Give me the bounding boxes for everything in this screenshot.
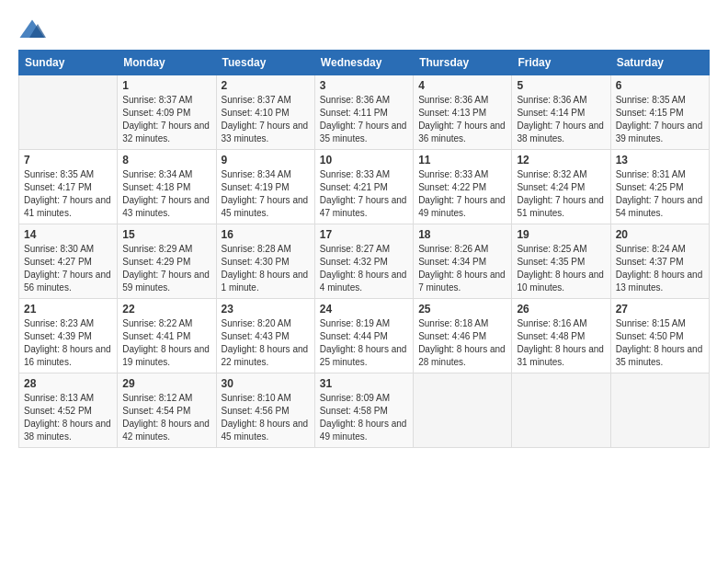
calendar-cell: 7Sunrise: 8:35 AMSunset: 4:17 PMDaylight… (19, 150, 118, 224)
day-number: 11 (418, 154, 506, 167)
calendar-cell: 27Sunrise: 8:15 AMSunset: 4:50 PMDayligh… (610, 299, 709, 373)
logo (18, 18, 50, 40)
calendar-cell: 26Sunrise: 8:16 AMSunset: 4:48 PMDayligh… (512, 299, 610, 373)
calendar-cell (414, 373, 512, 448)
day-info: Sunrise: 8:10 AMSunset: 4:56 PMDaylight:… (222, 392, 310, 443)
calendar-week-5: 28Sunrise: 8:13 AMSunset: 4:52 PMDayligh… (19, 373, 710, 448)
calendar-cell: 2Sunrise: 8:37 AMSunset: 4:10 PMDaylight… (216, 75, 314, 150)
day-info: Sunrise: 8:35 AMSunset: 4:15 PMDaylight:… (616, 94, 704, 145)
day-number: 21 (24, 303, 112, 316)
day-info: Sunrise: 8:09 AMSunset: 4:58 PMDaylight:… (320, 392, 408, 443)
day-number: 6 (616, 79, 704, 92)
day-info: Sunrise: 8:34 AMSunset: 4:19 PMDaylight:… (222, 168, 310, 220)
calendar-cell: 22Sunrise: 8:22 AMSunset: 4:41 PMDayligh… (118, 299, 216, 373)
day-info: Sunrise: 8:26 AMSunset: 4:34 PMDaylight:… (418, 243, 506, 294)
weekday-header-monday: Monday (118, 51, 216, 75)
weekday-header-row: SundayMondayTuesdayWednesdayThursdayFrid… (19, 51, 710, 75)
day-info: Sunrise: 8:23 AMSunset: 4:39 PMDaylight:… (24, 317, 112, 369)
day-info: Sunrise: 8:13 AMSunset: 4:52 PMDaylight:… (24, 392, 112, 443)
day-number: 22 (122, 303, 210, 316)
day-info: Sunrise: 8:33 AMSunset: 4:21 PMDaylight:… (320, 168, 408, 220)
calendar-table: SundayMondayTuesdayWednesdayThursdayFrid… (18, 50, 710, 448)
day-info: Sunrise: 8:30 AMSunset: 4:27 PMDaylight:… (24, 243, 112, 294)
calendar-cell: 18Sunrise: 8:26 AMSunset: 4:34 PMDayligh… (414, 224, 512, 299)
calendar-week-1: 1Sunrise: 8:37 AMSunset: 4:09 PMDaylight… (19, 75, 710, 150)
day-number: 3 (320, 79, 408, 92)
calendar-cell: 31Sunrise: 8:09 AMSunset: 4:58 PMDayligh… (314, 373, 413, 448)
day-info: Sunrise: 8:25 AMSunset: 4:35 PMDaylight:… (517, 243, 605, 294)
calendar-cell (610, 373, 709, 448)
day-info: Sunrise: 8:32 AMSunset: 4:24 PMDaylight:… (517, 168, 605, 220)
day-number: 29 (122, 377, 210, 390)
day-info: Sunrise: 8:18 AMSunset: 4:46 PMDaylight:… (418, 317, 506, 369)
calendar-cell: 25Sunrise: 8:18 AMSunset: 4:46 PMDayligh… (414, 299, 512, 373)
day-number: 28 (24, 377, 112, 390)
calendar-cell: 5Sunrise: 8:36 AMSunset: 4:14 PMDaylight… (512, 75, 610, 150)
calendar-week-3: 14Sunrise: 8:30 AMSunset: 4:27 PMDayligh… (19, 224, 710, 299)
day-number: 19 (517, 228, 605, 241)
calendar-cell: 1Sunrise: 8:37 AMSunset: 4:09 PMDaylight… (118, 75, 216, 150)
calendar-cell: 4Sunrise: 8:36 AMSunset: 4:13 PMDaylight… (414, 75, 512, 150)
page-header (18, 18, 710, 40)
day-info: Sunrise: 8:22 AMSunset: 4:41 PMDaylight:… (122, 317, 210, 369)
day-number: 25 (418, 303, 506, 316)
day-number: 14 (24, 228, 112, 241)
weekday-header-saturday: Saturday (610, 51, 709, 75)
day-number: 13 (616, 154, 704, 167)
calendar-cell: 29Sunrise: 8:12 AMSunset: 4:54 PMDayligh… (118, 373, 216, 448)
calendar-cell: 20Sunrise: 8:24 AMSunset: 4:37 PMDayligh… (610, 224, 709, 299)
calendar-week-2: 7Sunrise: 8:35 AMSunset: 4:17 PMDaylight… (19, 150, 710, 224)
calendar-cell: 17Sunrise: 8:27 AMSunset: 4:32 PMDayligh… (314, 224, 413, 299)
day-number: 24 (320, 303, 408, 316)
day-number: 5 (517, 79, 605, 92)
day-info: Sunrise: 8:29 AMSunset: 4:29 PMDaylight:… (122, 243, 210, 294)
day-number: 27 (616, 303, 704, 316)
calendar-cell: 19Sunrise: 8:25 AMSunset: 4:35 PMDayligh… (512, 224, 610, 299)
calendar-cell: 14Sunrise: 8:30 AMSunset: 4:27 PMDayligh… (19, 224, 118, 299)
weekday-header-tuesday: Tuesday (216, 51, 314, 75)
day-number: 15 (122, 228, 210, 241)
day-number: 4 (418, 79, 506, 92)
day-info: Sunrise: 8:33 AMSunset: 4:22 PMDaylight:… (418, 168, 506, 220)
calendar-cell: 15Sunrise: 8:29 AMSunset: 4:29 PMDayligh… (118, 224, 216, 299)
weekday-header-thursday: Thursday (414, 51, 512, 75)
day-number: 10 (320, 154, 408, 167)
day-info: Sunrise: 8:15 AMSunset: 4:50 PMDaylight:… (616, 317, 704, 369)
day-info: Sunrise: 8:36 AMSunset: 4:13 PMDaylight:… (418, 94, 506, 145)
calendar-cell (512, 373, 610, 448)
weekday-header-sunday: Sunday (19, 51, 118, 75)
calendar-cell: 12Sunrise: 8:32 AMSunset: 4:24 PMDayligh… (512, 150, 610, 224)
calendar-week-4: 21Sunrise: 8:23 AMSunset: 4:39 PMDayligh… (19, 299, 710, 373)
day-number: 17 (320, 228, 408, 241)
day-number: 31 (320, 377, 408, 390)
day-number: 20 (616, 228, 704, 241)
day-number: 26 (517, 303, 605, 316)
day-number: 23 (222, 303, 310, 316)
calendar-cell (19, 75, 118, 150)
day-info: Sunrise: 8:20 AMSunset: 4:43 PMDaylight:… (222, 317, 310, 369)
day-info: Sunrise: 8:36 AMSunset: 4:11 PMDaylight:… (320, 94, 408, 145)
day-number: 7 (24, 154, 112, 167)
day-info: Sunrise: 8:36 AMSunset: 4:14 PMDaylight:… (517, 94, 605, 145)
calendar-cell: 21Sunrise: 8:23 AMSunset: 4:39 PMDayligh… (19, 299, 118, 373)
logo-icon (18, 18, 46, 40)
calendar-cell: 3Sunrise: 8:36 AMSunset: 4:11 PMDaylight… (314, 75, 413, 150)
day-number: 9 (222, 154, 310, 167)
calendar-cell: 16Sunrise: 8:28 AMSunset: 4:30 PMDayligh… (216, 224, 314, 299)
day-number: 8 (122, 154, 210, 167)
day-info: Sunrise: 8:16 AMSunset: 4:48 PMDaylight:… (517, 317, 605, 369)
day-info: Sunrise: 8:28 AMSunset: 4:30 PMDaylight:… (222, 243, 310, 294)
calendar-cell: 30Sunrise: 8:10 AMSunset: 4:56 PMDayligh… (216, 373, 314, 448)
weekday-header-wednesday: Wednesday (314, 51, 413, 75)
day-number: 1 (122, 79, 210, 92)
calendar-cell: 8Sunrise: 8:34 AMSunset: 4:18 PMDaylight… (118, 150, 216, 224)
day-info: Sunrise: 8:27 AMSunset: 4:32 PMDaylight:… (320, 243, 408, 294)
calendar-cell: 6Sunrise: 8:35 AMSunset: 4:15 PMDaylight… (610, 75, 709, 150)
day-info: Sunrise: 8:34 AMSunset: 4:18 PMDaylight:… (122, 168, 210, 220)
day-number: 2 (222, 79, 310, 92)
day-info: Sunrise: 8:37 AMSunset: 4:10 PMDaylight:… (222, 94, 310, 145)
calendar-cell: 9Sunrise: 8:34 AMSunset: 4:19 PMDaylight… (216, 150, 314, 224)
day-info: Sunrise: 8:19 AMSunset: 4:44 PMDaylight:… (320, 317, 408, 369)
calendar-cell: 13Sunrise: 8:31 AMSunset: 4:25 PMDayligh… (610, 150, 709, 224)
day-number: 16 (222, 228, 310, 241)
